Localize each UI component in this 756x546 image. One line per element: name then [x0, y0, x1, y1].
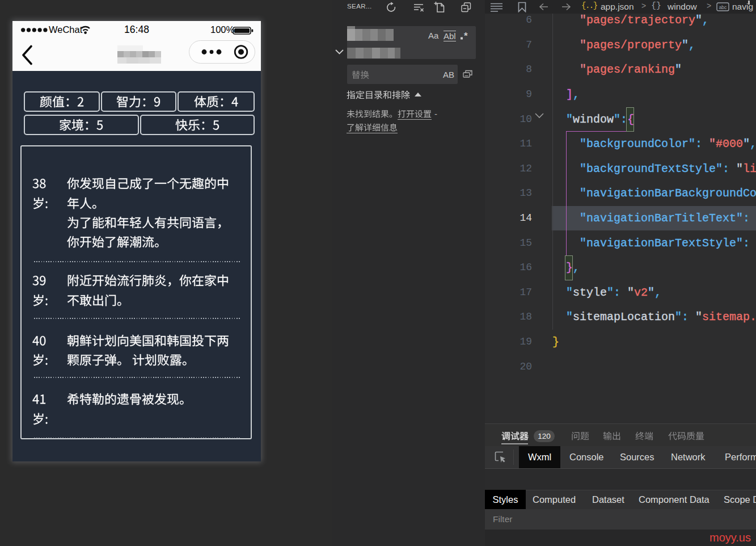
svg-text:abc: abc: [719, 5, 727, 10]
svg-text:*: *: [464, 31, 468, 41]
